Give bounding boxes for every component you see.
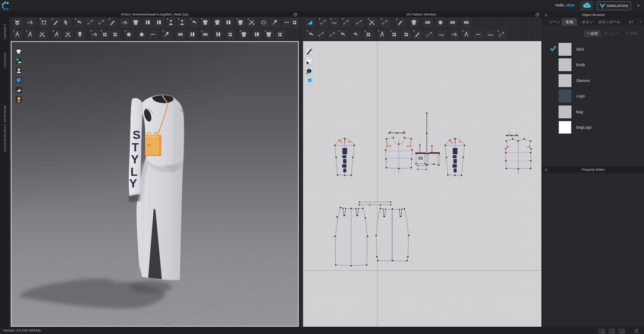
svg-text:Y: Y [131, 153, 139, 166]
svg-text:S: S [133, 129, 140, 141]
svg-text:L: L [131, 165, 138, 178]
svg-text:Y: Y [129, 177, 137, 190]
svg-text:T: T [132, 141, 139, 154]
